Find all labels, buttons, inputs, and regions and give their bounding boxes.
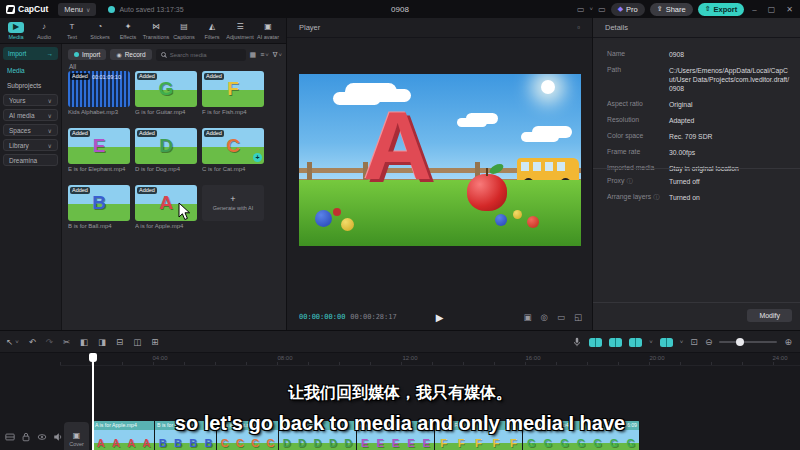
info-icon[interactable]: ⓘ — [626, 178, 632, 184]
split-icon[interactable]: ✂ — [63, 337, 70, 347]
timeline-ruler[interactable]: 04:0008:0012:0016:0020:0024:00 — [60, 353, 800, 366]
details-value: C:/Users/Emenos/AppData/Local/CapCut/Use… — [669, 66, 791, 93]
close-button[interactable]: ✕ — [783, 5, 796, 14]
media-item-d-is-for-dog-mp4[interactable]: DAddedD is for Dog.mp4 — [135, 128, 197, 180]
zoom-in-icon[interactable]: ⊕ — [784, 337, 792, 347]
zoom-slider-knob[interactable] — [736, 338, 744, 346]
select-tool-icon[interactable]: ↖˅ — [6, 337, 19, 347]
playhead-handle[interactable] — [89, 353, 97, 362]
menu-button[interactable]: Menu ∨ — [58, 3, 96, 16]
mirror-icon[interactable]: ◫ — [133, 337, 141, 347]
tab-effects[interactable]: ✦Effects — [114, 22, 142, 40]
waveform-toggle-icon[interactable] — [660, 338, 673, 347]
fullscreen-icon[interactable]: ◱ — [574, 312, 582, 322]
filter-icon[interactable]: ∇˅ — [273, 51, 282, 59]
preview-quality-icon[interactable]: ▭ — [557, 312, 565, 322]
preview-axis-toggle-icon[interactable] — [629, 338, 642, 347]
sidebar-item-spaces[interactable]: Spaces∨ — [3, 124, 58, 136]
voiceover-icon[interactable] — [572, 337, 582, 347]
sidebar-item-dreamina[interactable]: Dreamina — [3, 154, 58, 166]
chevron-down-icon[interactable]: ˅ — [590, 6, 594, 12]
sidebar-item-media[interactable]: Media — [0, 64, 61, 76]
tab-filters[interactable]: ◭Filters — [198, 22, 226, 40]
timeline-clip-a-is-for-apple-mp4[interactable]: A is for Apple.mp4AAAA — [93, 421, 155, 450]
letter-a-graphic: A — [363, 98, 432, 194]
pro-button[interactable]: ◆ Pro — [611, 3, 645, 16]
clip-letter-graphic: E — [423, 437, 430, 449]
zoom-out-icon[interactable]: ⊖ — [705, 337, 713, 347]
tab-text[interactable]: TText — [58, 22, 86, 40]
add-to-timeline-button[interactable]: + — [253, 153, 262, 162]
pro-label: Pro — [626, 5, 638, 14]
media-thumbnail: BAdded — [68, 185, 130, 221]
sidebar-item-subprojects[interactable]: Subprojects — [0, 79, 61, 91]
app-name: CapCut — [18, 4, 48, 14]
media-filter-all[interactable]: All — [69, 63, 76, 70]
clip-letter-graphic: G — [626, 437, 635, 449]
maximize-button[interactable]: ▢ — [765, 5, 779, 14]
media-item-f-is-for-fish-mp4[interactable]: FAddedF is for Fish.mp4 — [202, 71, 264, 123]
media-item-b-is-for-ball-mp4[interactable]: BAddedB is for Ball.mp4 — [68, 185, 130, 237]
generate-with-ai-tile[interactable]: +Generate with AI — [202, 185, 264, 237]
info-icon[interactable]: ⓘ — [653, 194, 659, 200]
minimize-button[interactable]: – — [749, 5, 759, 14]
modify-button[interactable]: Modify — [747, 309, 792, 322]
share-button[interactable]: ⇪ Share — [650, 3, 693, 16]
expand-player-icon[interactable]: ▫ — [577, 23, 580, 32]
compare-icon[interactable]: ▣ — [523, 312, 531, 322]
export-button[interactable]: ⇧ Export — [698, 3, 745, 16]
timeline-clip-b-is-for-ball-mp4[interactable]: B is for Ball.mp4BBBB — [155, 421, 217, 450]
sidebar-item-import[interactable]: Import→ — [3, 47, 58, 60]
delete-left-icon[interactable]: ◧ — [80, 337, 88, 347]
search-input[interactable]: Search media — [156, 49, 246, 61]
tab-audio[interactable]: ♪Audio — [30, 22, 58, 40]
sort-icon[interactable]: ≡˅ — [260, 51, 269, 58]
details-value: Turned on — [669, 193, 791, 202]
sidebar-item-yours[interactable]: Yours∨ — [3, 94, 58, 106]
details-row-color-space: Color spaceRec. 709 SDR — [593, 132, 800, 141]
media-item-e-is-for-elephant-mp4[interactable]: EAddedE is for Elephant.mp4 — [68, 128, 130, 180]
playhead[interactable] — [92, 353, 94, 450]
tab-transitions[interactable]: ⋈Transitions — [142, 22, 170, 40]
media-item-kids-alphabet-mp3[interactable]: Added00:01:09:10Kids Alphabet.mp3 — [68, 71, 130, 123]
sidebar-item-ai-media[interactable]: AI media∨ — [3, 109, 58, 121]
layout-switch-icon[interactable]: ▭ — [577, 5, 585, 14]
video-preview[interactable]: A — [299, 74, 581, 246]
clip-name: C is for Cat.mp4 — [217, 421, 278, 430]
delete-right-icon[interactable]: ◨ — [98, 337, 106, 347]
link-toggle-icon[interactable] — [609, 338, 622, 347]
chevron-down-icon[interactable]: ˅ — [680, 339, 684, 345]
tab-captions[interactable]: ▤Captions — [170, 22, 198, 40]
generate-with-ai-button[interactable]: +Generate with AI — [202, 185, 264, 221]
cover-button[interactable]: ▣ Cover — [64, 422, 89, 450]
chevron-down-icon[interactable]: ˅ — [649, 339, 653, 345]
crop-icon[interactable]: ⊞ — [151, 337, 158, 347]
media-item-g-is-for-guitar-mp4[interactable]: GAddedG is for Guitar.mp4 — [135, 71, 197, 123]
undo-icon[interactable]: ↶ — [29, 337, 36, 347]
magnet-toggle-icon[interactable] — [589, 338, 602, 347]
tab-ai-avatar[interactable]: ▣AI avatar — [254, 22, 282, 40]
lock-icon[interactable] — [21, 432, 31, 442]
record-button[interactable]: ◉ Record — [110, 49, 151, 60]
sidebar-item-label: Import — [8, 50, 26, 57]
timeline-zoom-slider[interactable] — [719, 341, 777, 343]
mute-track-icon[interactable] — [53, 432, 63, 442]
timeline-clip-c-is-for-cat-mp4[interactable]: C is for Cat.mp4CCCC — [217, 421, 279, 450]
panel-layout-icon[interactable]: ▭ — [598, 5, 606, 14]
import-button[interactable]: Import — [68, 49, 106, 60]
tab-adjustment[interactable]: ☰Adjustment — [226, 22, 254, 40]
media-item-c-is-for-cat-mp4[interactable]: CAdded+C is for Cat.mp4 — [202, 128, 264, 180]
adapt-timeline-icon[interactable]: ⊡ — [690, 337, 698, 347]
timeline-clip-e-is-for-elephant-mp4[interactable]: E is for Elephant.mp4EEEEE — [357, 421, 435, 450]
timeline-clip-f-is-for-fish-mp4[interactable]: F is for Fish.mp4FFFFF — [435, 421, 523, 450]
clip-letter-graphic: A — [97, 437, 105, 449]
tracking-icon[interactable]: ◎ — [541, 312, 548, 322]
delete-icon[interactable]: ⊟ — [116, 337, 123, 347]
timeline-clip-d-is-for-dog-mp4[interactable]: D is for Dog.mp4DDDDD — [279, 421, 357, 450]
sidebar-item-library[interactable]: Library∨ — [3, 139, 58, 151]
hide-track-icon[interactable] — [37, 432, 47, 442]
tab-stickers[interactable]: ◔Stickers — [86, 22, 114, 40]
timeline-clip-g-is-for-guitar-mp4[interactable]: G is for Guitar.mp400:00:06:09GGGGGGG — [523, 421, 640, 450]
view-mode-icon[interactable]: ▦ — [250, 51, 257, 59]
tab-media[interactable]: ▶Media — [2, 22, 30, 40]
